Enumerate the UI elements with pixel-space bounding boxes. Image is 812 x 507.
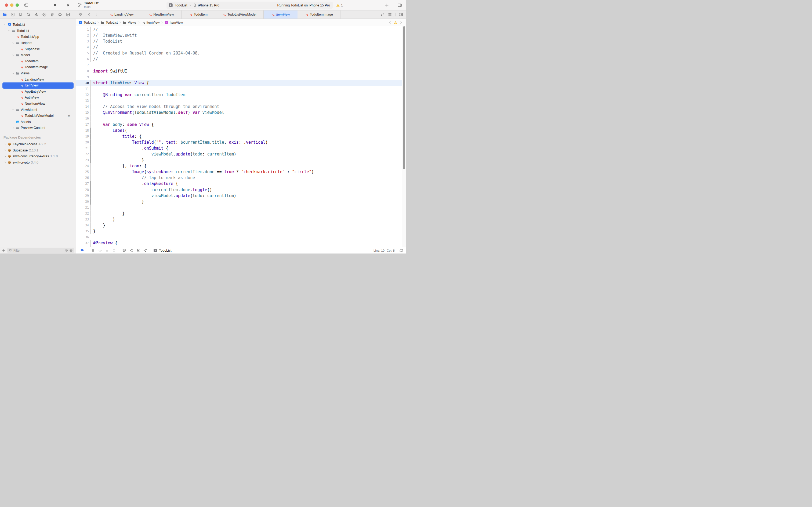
tree-item-helpers[interactable]: Helpers (2, 40, 73, 46)
code-line-16[interactable]: 16 (76, 115, 406, 121)
breadcrumb-item-itemview-4[interactable]: SItemView (165, 21, 183, 24)
tab-todolistviewmodel[interactable]: TodoListViewModel (215, 10, 264, 18)
source-editor[interactable]: 1//2// ItemView.swift3// TodoList4//5// … (76, 26, 406, 247)
code-line-6[interactable]: 6// (76, 56, 406, 62)
scheme-selector[interactable]: TodoList iPhone 15 Pro Running TodoList … (167, 2, 333, 9)
source-control-filter-icon[interactable] (69, 249, 73, 252)
code-line-18[interactable]: 18 Label( (76, 127, 406, 133)
tree-item-model[interactable]: Model (2, 52, 73, 58)
add-file-icon[interactable] (2, 249, 5, 252)
code-line-29[interactable]: 29 viewModel.update(todo: currentItem) (76, 193, 406, 199)
code-line-36[interactable]: 36 (76, 234, 406, 240)
code-line-9[interactable]: 9 (76, 74, 406, 80)
tab-itemview[interactable]: ItemView (264, 10, 297, 18)
add-button[interactable] (385, 3, 389, 7)
disclosure-down-icon[interactable] (12, 72, 15, 75)
debug-navigator-icon[interactable] (50, 12, 55, 17)
tests-navigator-icon[interactable] (42, 12, 47, 17)
bookmarks-navigator-icon[interactable] (18, 12, 23, 17)
code-line-22[interactable]: 22 viewModel.update(todo: currentItem) (76, 151, 406, 157)
toggle-navigator-icon[interactable] (24, 3, 28, 7)
next-issue-icon[interactable] (399, 21, 403, 24)
tree-item-todolist[interactable]: TodoList (2, 22, 73, 28)
tree-item-preview-content[interactable]: Preview Content (2, 125, 73, 131)
code-review-icon[interactable] (380, 12, 385, 17)
code-line-20[interactable]: 20 TextField("", text: $currentItem.titl… (76, 139, 406, 145)
disclosure-right-icon[interactable] (4, 143, 7, 146)
disclosure-down-icon[interactable] (12, 54, 15, 57)
tree-item-assets[interactable]: Assets (2, 119, 73, 125)
run-button[interactable] (66, 3, 70, 7)
issue-warning-icon[interactable] (394, 21, 397, 24)
code-line-15[interactable]: 15 @Environment(TodoListViewModel.self) … (76, 110, 406, 115)
code-line-10[interactable]: 10struct ItemView: View { (76, 80, 406, 86)
code-line-13[interactable]: 13 (76, 98, 406, 104)
previous-issue-icon[interactable] (388, 21, 392, 24)
filter-field[interactable]: Filter (7, 248, 74, 253)
tree-item-authview[interactable]: AuthView (2, 95, 73, 101)
tree-item-itemview[interactable]: ItemView (2, 82, 73, 89)
code-line-27[interactable]: 27 .onTapGesture { (76, 181, 406, 187)
zoom-window-icon[interactable] (15, 3, 19, 7)
code-line-24[interactable]: 24 }, icon: { (76, 163, 406, 169)
code-line-25[interactable]: 25 Image(systemName: currentItem.done ==… (76, 169, 406, 175)
run-destination[interactable]: iPhone 15 Pro (198, 3, 219, 7)
tree-item-views[interactable]: Views (2, 70, 73, 76)
disclosure-right-icon[interactable] (4, 161, 7, 164)
code-line-28[interactable]: 28 currentItem.done.toggle() (76, 187, 406, 193)
disclosure-down-icon[interactable] (12, 108, 15, 111)
code-line-8[interactable]: 8import SwiftUI (76, 68, 406, 74)
disclosure-right-icon[interactable] (4, 155, 7, 158)
tab-todoitemimage[interactable]: TodoItemImage (297, 10, 341, 18)
code-line-19[interactable]: 19 title: { (76, 133, 406, 139)
scrollbar[interactable] (402, 26, 406, 247)
tree-item-todoitemimage[interactable]: TodoItemImage (2, 64, 73, 70)
package-item-keychainaccess[interactable]: KeychainAccess4.2.2 (2, 141, 73, 148)
code-line-5[interactable]: 5// Created by Russell Gordon on 2024-04… (76, 50, 406, 56)
disclosure-down-icon[interactable] (8, 29, 11, 32)
tree-item-todolistapp[interactable]: TodoListApp (2, 34, 73, 40)
recent-files-icon[interactable] (65, 249, 68, 252)
source-control-navigator-icon[interactable] (10, 12, 15, 17)
tab-todoitem[interactable]: TodoItem (181, 10, 215, 18)
code-line-34[interactable]: 34 } (76, 222, 406, 228)
tree-item-viewmodel[interactable]: ViewModel (2, 107, 73, 113)
view-hierarchy-icon[interactable] (122, 248, 126, 252)
code-line-2[interactable]: 2// ItemView.swift (76, 33, 406, 39)
code-line-32[interactable]: 32 } (76, 211, 406, 216)
disclosure-right-icon[interactable] (12, 126, 15, 129)
project-navigator-icon[interactable] (2, 12, 7, 17)
go-back-icon[interactable] (87, 13, 91, 17)
tree-item-todolistviewmodel[interactable]: TodoListViewModelM (2, 113, 73, 119)
code-line-12[interactable]: 12 @Binding var currentItem: TodoItem (76, 92, 406, 98)
pause-icon[interactable] (91, 248, 95, 252)
package-item-swift-concurrency-extras[interactable]: swift-concurrency-extras1.1.0 (2, 153, 73, 160)
code-line-37[interactable]: 37#Preview { (76, 240, 406, 246)
tab-landingview[interactable]: LandingView (102, 10, 141, 18)
code-line-30[interactable]: 30 } (76, 199, 406, 205)
code-line-23[interactable]: 23 } (76, 157, 406, 163)
scheme-name[interactable]: TodoList (175, 3, 187, 7)
disclosure-right-icon[interactable] (4, 149, 7, 152)
adjust-editor-options-icon[interactable] (388, 12, 392, 17)
issues-navigator-icon[interactable] (34, 12, 39, 17)
find-navigator-icon[interactable] (26, 12, 31, 17)
running-app-chip[interactable]: TodoList (153, 248, 172, 252)
breadcrumb-item-todolist-0[interactable]: TodoList (79, 21, 96, 24)
package-item-supabase[interactable]: Supabase2.10.1 (2, 147, 73, 153)
breadcrumb-item-itemview-3[interactable]: ItemView (141, 21, 160, 24)
code-line-11[interactable]: 11 (76, 86, 406, 92)
code-line-31[interactable]: 31 (76, 205, 406, 211)
tree-item-appentryview[interactable]: AppEntryView (2, 89, 73, 95)
code-line-7[interactable]: 7 (76, 62, 406, 68)
editor-only-icon[interactable] (399, 249, 403, 253)
tree-item-landingview[interactable]: LandingView (2, 76, 73, 82)
tree-item-todolist[interactable]: TodoList (2, 28, 73, 34)
code-line-33[interactable]: 33 ) (76, 216, 406, 222)
simulate-location-icon[interactable] (143, 248, 147, 252)
code-line-21[interactable]: 21 .onSubmit { (76, 145, 406, 151)
warning-badge[interactable]: 1 (336, 0, 343, 10)
toggle-inspectors-icon[interactable] (397, 3, 402, 7)
reports-navigator-icon[interactable] (66, 12, 70, 17)
stop-button[interactable] (53, 3, 57, 7)
